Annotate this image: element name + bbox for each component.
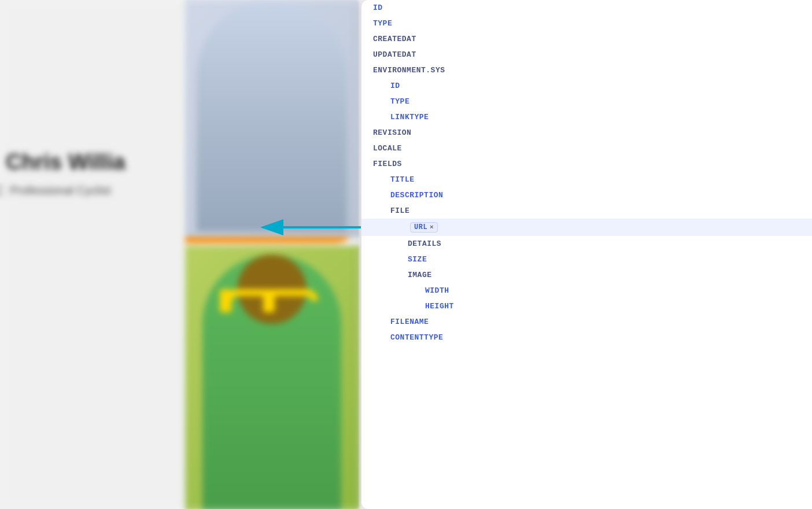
tree-item-env-type[interactable]: TYPE	[361, 94, 812, 109]
person-image-bottom	[185, 246, 359, 509]
tree-item-createdat[interactable]: CREATEDAT	[361, 31, 812, 47]
tree-item-id-top[interactable]: ID	[361, 0, 812, 16]
tree-dropdown-panel[interactable]: ID TYPE CREATEDAT UPDATEDAT ENVIRONMENT.…	[361, 0, 812, 509]
tree-item-fields[interactable]: FIELDS	[361, 156, 812, 172]
tree-item-revision[interactable]: REVISION	[361, 125, 812, 141]
tree-item-contenttype[interactable]: CONTENTTYPE	[361, 330, 812, 345]
tree-item-filename[interactable]: FILENAME	[361, 314, 812, 330]
tree-item-width[interactable]: WIDTH	[361, 283, 812, 298]
tree-item-updatedat[interactable]: UPDATEDAT	[361, 47, 812, 62]
tree-item-details[interactable]: DETAILS	[361, 236, 812, 252]
tree-item-size[interactable]: SIZE	[361, 252, 812, 267]
tree-item-env-id[interactable]: ID	[361, 78, 812, 94]
person-image-top	[185, 0, 359, 237]
left-background-panel: Chris Willia Professional Cyclist	[0, 0, 359, 509]
tree-item-height[interactable]: HEIGHT	[361, 298, 812, 314]
tree-item-file[interactable]: FILE	[361, 203, 812, 219]
url-badge[interactable]: URL ×	[410, 222, 438, 233]
person-subtitle: Professional Cyclist	[0, 184, 111, 197]
tree-item-url[interactable]: URL ×	[361, 219, 812, 236]
tree-item-description[interactable]: DESCRIPTION	[361, 187, 812, 203]
tree-item-env-linktype[interactable]: LINKTYPE	[361, 109, 812, 125]
tree-container: ID TYPE CREATEDAT UPDATEDAT ENVIRONMENT.…	[361, 0, 812, 351]
tree-item-type[interactable]: TYPE	[361, 16, 812, 31]
url-badge-close[interactable]: ×	[430, 224, 434, 231]
tree-item-image[interactable]: IMAGE	[361, 267, 812, 283]
tree-item-environment-sys[interactable]: ENVIRONMENT.SYS	[361, 62, 812, 78]
tree-item-locale[interactable]: LOCALE	[361, 141, 812, 156]
tree-item-title[interactable]: TITLE	[361, 172, 812, 187]
person-name: Chris Willia	[0, 150, 126, 175]
